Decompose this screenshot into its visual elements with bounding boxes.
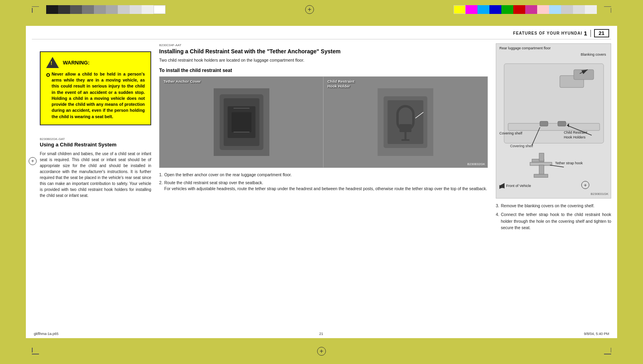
step-3-number: 3. xyxy=(496,202,499,209)
color-block xyxy=(106,5,118,14)
footer-right: 9/8/04, 5:40 PM xyxy=(584,332,609,336)
diagram-label-blanking: Blanking covers xyxy=(581,53,606,56)
bottom-left-marks xyxy=(32,348,39,354)
color-block xyxy=(454,5,466,14)
tether-title-text: Installing a Child Restraint Seat with t… xyxy=(159,48,341,55)
step-2-text: Route the child restraint seat strap ove… xyxy=(164,180,487,193)
color-block xyxy=(118,5,130,14)
warning-text-container: o Never allow a child to be held in a pe… xyxy=(46,71,145,120)
top-bar: + xyxy=(0,0,643,19)
hook-holder-image xyxy=(378,88,433,156)
bottom-right-marks xyxy=(604,348,611,354)
front-arrow-icon xyxy=(499,183,505,189)
diagram-label-front: Front of Vehicle xyxy=(506,184,531,188)
step-3-text: Remove the blanking covers on the coveri… xyxy=(501,202,594,209)
warning-text: Never allow a child to be held in a pers… xyxy=(52,71,145,120)
photo-right-label: Child Restraint Hook Holder xyxy=(327,79,355,89)
photo-left-label: Tether Anchor Cover xyxy=(164,79,201,84)
color-block xyxy=(70,5,82,14)
right-column: Rear luggage compartment floor Blanking … xyxy=(496,43,611,325)
diagram-label-covering: Covering shelf xyxy=(499,131,522,135)
color-strip-right xyxy=(454,5,597,14)
step-1-number: 1. xyxy=(159,172,163,178)
color-block xyxy=(513,5,525,14)
footer-left: gkflhma-1a.p65 xyxy=(34,332,58,336)
left-column: ! WARNING: o Never allow a child to be h… xyxy=(32,43,151,325)
content-area: FEATURES OF YOUR HYUNDAI 1 21 ! WARNING:… xyxy=(26,26,617,338)
tether-anchor-image xyxy=(214,88,269,156)
footer-center: 21 xyxy=(319,332,323,336)
photos-container: Tether Anchor Cover Chil xyxy=(159,76,488,168)
photo-code: B230E02GK xyxy=(468,162,485,166)
steps-list: 1. Open the tether anchor cover on the r… xyxy=(159,172,488,192)
registration-mark-top: + xyxy=(305,5,314,14)
warning-header: ! WARNING: xyxy=(46,57,145,68)
registration-mark-bottom: + xyxy=(317,347,326,356)
color-block xyxy=(142,5,154,14)
registration-mark-right: + xyxy=(581,181,589,189)
color-block xyxy=(573,5,585,14)
color-block xyxy=(466,5,477,14)
warning-bullet-marker: o xyxy=(46,71,50,78)
child-restraint-code: B230B02GK-GAT xyxy=(40,137,151,141)
page-footer: gkflhma-1a.p65 21 9/8/04, 5:40 PM xyxy=(26,329,617,338)
step-4-number: 4. xyxy=(496,211,499,231)
svg-rect-28 xyxy=(539,153,544,161)
warning-triangle-icon: ! xyxy=(46,57,59,68)
registration-mark-left: + xyxy=(29,157,37,165)
warning-box: ! WARNING: o Never allow a child to be h… xyxy=(40,51,151,125)
step-3: 3. Remove the blanking covers on the cov… xyxy=(496,202,611,209)
diagram-box: Rear luggage compartment floor Blanking … xyxy=(496,43,611,199)
step-4-text: Connect the tether strap hook to the chi… xyxy=(501,211,611,231)
svg-rect-17 xyxy=(508,123,600,130)
diagram-label-tether: Tether strap hook xyxy=(555,161,583,165)
color-block xyxy=(154,5,166,14)
diagram-title: Rear luggage compartment floor xyxy=(499,46,551,50)
step-1-text: Open the tether anchor cover on the rear… xyxy=(164,172,292,178)
color-block xyxy=(561,5,573,14)
color-block xyxy=(58,5,70,14)
diagram-code: B230E01GK xyxy=(591,192,608,196)
header-number: 1 xyxy=(584,30,587,37)
color-block xyxy=(130,5,142,14)
tether-title: Installing a Child Restraint Seat with t… xyxy=(159,48,488,55)
bottom-bar: + xyxy=(0,338,643,364)
color-strip-left xyxy=(46,5,166,14)
color-block xyxy=(477,5,489,14)
svg-rect-4 xyxy=(232,112,251,132)
step-2-number: 2. xyxy=(159,180,163,193)
header-title: FEATURES OF YOUR HYUNDAI xyxy=(513,31,583,35)
svg-rect-30 xyxy=(539,165,544,175)
svg-rect-31 xyxy=(534,174,548,177)
svg-rect-19 xyxy=(574,70,594,80)
svg-text:Covering shelf: Covering shelf xyxy=(510,144,533,148)
color-block xyxy=(82,5,94,14)
step-1: 1. Open the tether anchor cover on the r… xyxy=(159,172,488,178)
color-block xyxy=(585,5,597,14)
color-block xyxy=(501,5,513,14)
install-subtitle: To install the child restraint seat xyxy=(159,68,488,73)
tether-code: B230C04F-AAT xyxy=(159,43,488,47)
step-4: 4. Connect the tether strap hook to the … xyxy=(496,211,611,231)
step-2: 2. Route the child restraint seat strap … xyxy=(159,180,488,193)
svg-rect-11 xyxy=(399,124,411,132)
child-restraint-section: B230B02GK-GAT Using a Child Restraint Sy… xyxy=(40,137,151,199)
diagram-label-child-restraint: Child RestraintHook Holders xyxy=(564,130,587,140)
page-header: FEATURES OF YOUR HYUNDAI 1 21 xyxy=(26,26,617,39)
child-restraint-title: Using a Child Restraint System xyxy=(40,142,151,148)
color-block xyxy=(489,5,501,14)
page-number-box: 21 xyxy=(594,29,609,37)
child-restraint-body: For small children and babies, the use o… xyxy=(40,151,151,199)
color-block xyxy=(549,5,561,14)
color-block xyxy=(46,5,58,14)
color-block xyxy=(525,5,537,14)
main-content: ! WARNING: o Never allow a child to be h… xyxy=(26,39,617,329)
svg-rect-22 xyxy=(558,121,566,126)
warning-title: WARNING: xyxy=(63,60,90,66)
steps-right: 3. Remove the blanking covers on the cov… xyxy=(496,202,611,231)
tether-intro: Two child restraint hook holders are loc… xyxy=(159,57,488,64)
front-vehicle-row: Front of Vehicle xyxy=(499,183,531,189)
middle-column: B230C04F-AAT Installing a Child Restrain… xyxy=(159,43,488,325)
color-block xyxy=(537,5,549,14)
diagram-svg: Covering shelf xyxy=(496,44,611,199)
